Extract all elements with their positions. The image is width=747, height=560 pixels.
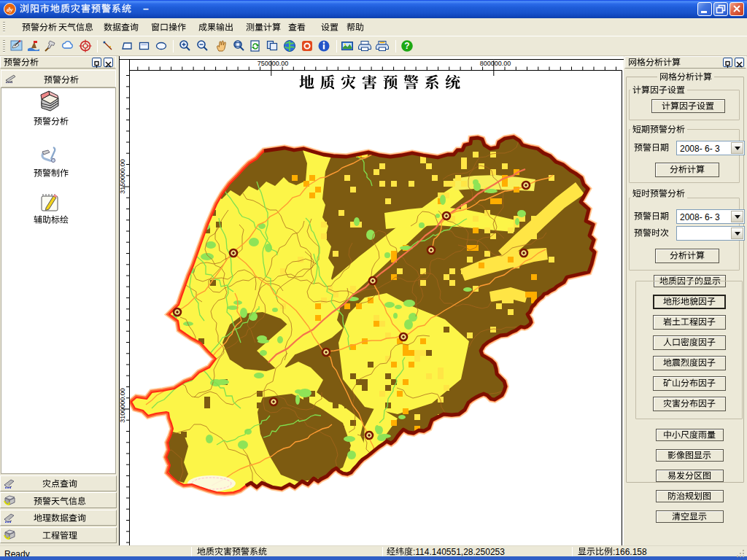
svg-text:3150000.00: 3150000.00 [119,159,126,194]
svg-text:750000.00: 750000.00 [258,60,289,67]
svg-text:3100000.00: 3100000.00 [119,388,126,423]
svg-text:?: ? [404,41,409,51]
svg-text:dy: dy [7,6,14,13]
svg-text:800000.00: 800000.00 [480,60,511,67]
